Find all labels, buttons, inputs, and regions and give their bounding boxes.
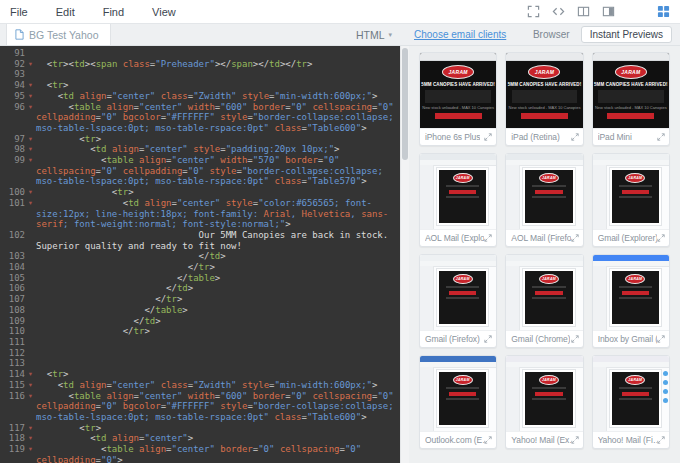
email-cta-bar [535,190,562,194]
fold-toggle-icon[interactable]: ▾ [25,380,36,391]
fold-toggle-icon[interactable]: ▾ [25,444,36,463]
code-line: 113 [0,358,400,369]
fullscreen-icon[interactable] [526,5,540,19]
code-line: 96▾ <table align="center" width="600" bo… [0,102,400,134]
expand-icon[interactable] [571,335,579,343]
expand-icon[interactable] [484,335,492,343]
expand-icon[interactable] [657,133,665,141]
preview-card[interactable]: JARAMYahoo! Mail (Fi… [592,355,670,449]
scrollbar-thumb[interactable] [402,48,408,160]
grid-view-icon[interactable] [656,5,670,19]
tab-browser[interactable]: Browser [524,26,579,43]
code-view-icon[interactable] [551,5,565,19]
menu-view[interactable]: View [146,6,182,18]
split-view-icon[interactable] [576,5,590,19]
email-body: JARAM [525,372,572,425]
menu-edit[interactable]: Edit [50,6,81,18]
fold-toggle-icon[interactable]: ▾ [25,80,36,91]
email-body: JARAM [439,170,486,223]
brand-logo: JARAM [539,274,559,284]
fold-toggle-icon[interactable]: ▾ [25,423,36,434]
menu-file[interactable]: File [4,6,34,18]
tab-instant-previews[interactable]: Instant Previews [581,26,672,43]
preview-card[interactable]: JARAMGmail (Chrome) [505,254,583,348]
gutter: 100▾ [0,187,36,198]
fold-toggle-icon[interactable]: ▾ [25,369,36,380]
expand-icon[interactable] [484,234,492,242]
gutter: 92▾ [0,59,36,70]
expand-icon[interactable] [657,234,665,242]
email-cta-bar [535,392,562,396]
line-number: 93 [3,69,25,80]
email-cta-bar [521,113,568,119]
preview-card[interactable]: JARAMAOL Mail (Explore… [419,153,497,247]
line-number: 108 [3,305,25,316]
line-number: 110 [3,326,25,337]
preview-card-footer: Gmail (Explorer) [593,229,669,246]
device-mail-header [420,53,496,61]
preview-card[interactable]: JARAMYahoo! Mail (Ex… [505,355,583,449]
code-text: <table align="center" border="0" cellspa… [36,444,400,463]
email-text-line [532,185,565,187]
email-cta-bar [449,190,476,194]
fold-toggle-icon[interactable]: ▾ [25,391,36,423]
expand-icon[interactable] [571,436,579,444]
preview-label: iPad (Retina) [511,132,559,142]
editor-scrollbar[interactable] [400,46,409,463]
email-text-line [446,387,479,389]
fold-toggle-icon[interactable]: ▾ [25,144,36,155]
menu-find[interactable]: Find [97,6,130,18]
choose-email-clients-link[interactable]: Choose email clients [414,29,506,40]
code-text: <tr> [36,80,400,91]
view-toggle: Browser Instant Previews [524,26,672,43]
line-number: 107 [3,294,25,305]
fold-toggle-icon[interactable]: ▾ [25,91,36,102]
fold-toggle-icon[interactable]: ▾ [25,102,36,134]
preview-card[interactable]: JARAMGmail (Firefox) [419,254,497,348]
preview-card[interactable]: JARAMAOL Mail (Firefox) [505,153,583,247]
device-mail-header [506,53,582,61]
fold-toggle-icon[interactable]: ▾ [25,59,36,70]
preview-card[interactable]: JARAM5MM CANOPIES HAVE ARRIVED!New stock… [505,52,583,146]
file-tab[interactable]: BG Test Yahoo [6,24,111,45]
fold-spacer [25,230,36,251]
preview-card[interactable]: JARAMGmail (Explorer) [592,153,670,247]
expand-icon[interactable] [571,234,579,242]
layout-view-icon[interactable] [601,5,615,19]
fold-toggle-icon[interactable]: ▾ [25,198,36,230]
gutter: 110 [0,326,36,337]
email-cta-bar [607,113,654,119]
email-banner-text: 5MM CANOPIES HAVE ARRIVED! [593,82,669,87]
code-text: <tr> [36,369,400,380]
expand-icon[interactable] [571,133,579,141]
preview-card[interactable]: JARAM5MM CANOPIES HAVE ARRIVED!New stock… [419,52,497,146]
expand-icon[interactable] [657,436,665,444]
line-number: 91 [3,48,25,59]
fold-toggle-icon[interactable]: ▾ [25,187,36,198]
email-cta-bar [449,392,476,396]
code-text: <td align="center" style="padding:20px 1… [36,144,400,155]
preview-card[interactable]: JARAMOutlook.com (E… [419,355,497,449]
fold-toggle-icon[interactable]: ▾ [25,134,36,145]
language-dropdown[interactable]: HTML ▾ [356,24,400,45]
fold-toggle-icon[interactable]: ▾ [25,155,36,187]
preview-card[interactable]: JARAM5MM CANOPIES HAVE ARRIVED!New stock… [592,52,670,146]
expand-icon[interactable] [484,436,492,444]
code-line: 116▾ <table align="center" width="600" b… [0,391,400,423]
preview-label: Inbox by Gmail (… [598,334,657,344]
line-number: 98 [3,144,25,155]
expand-icon[interactable] [484,133,492,141]
code-editor[interactable]: 91 92▾ <tr><td><span class="Preheader"><… [0,46,400,463]
expand-icon[interactable] [657,335,665,343]
email-body: JARAM [525,271,572,324]
menubar-icons [526,5,670,19]
gutter: 115▾ [0,380,36,391]
code-text [36,337,400,348]
webmail-message-pane: JARAM [609,369,662,428]
brand-logo: JARAM [539,375,559,385]
code-line: 101▾ <td align="center" style="color:#65… [0,198,400,230]
file-tab-label: BG Test Yahoo [29,29,98,41]
fold-toggle-icon[interactable]: ▾ [25,433,36,444]
preview-card[interactable]: JARAMInbox by Gmail (… [592,254,670,348]
code-line: 103 </td> [0,251,400,262]
